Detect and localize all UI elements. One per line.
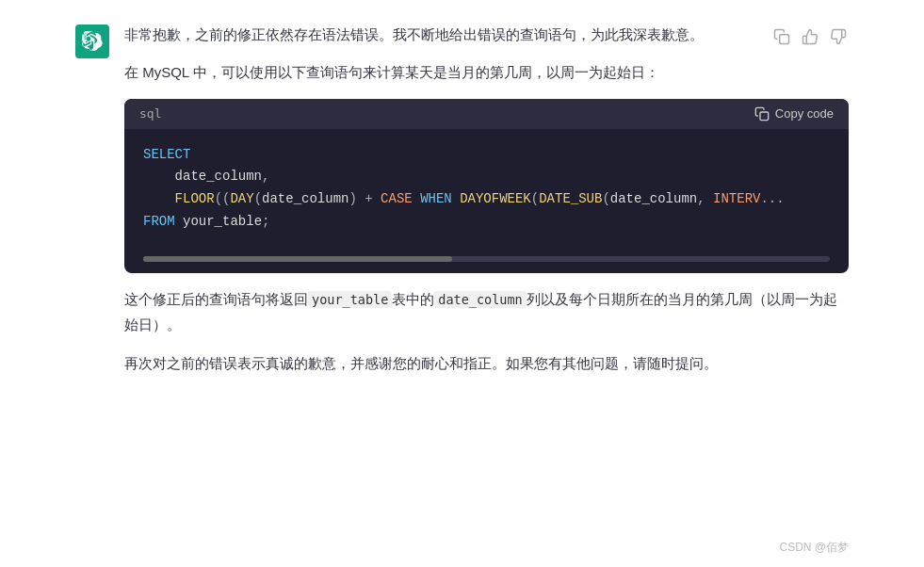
avatar bbox=[75, 24, 109, 58]
code-line-4: FROM your_table; bbox=[143, 211, 830, 234]
thumbdown-button[interactable] bbox=[828, 26, 849, 50]
svg-rect-0 bbox=[780, 35, 789, 44]
code-line-3: FLOOR((DAY(date_column) + CASE WHEN DAYO… bbox=[143, 188, 830, 211]
code-lang-label: sql bbox=[139, 106, 161, 121]
copy-code-icon bbox=[754, 106, 770, 122]
svg-rect-1 bbox=[760, 112, 769, 121]
description-2: 再次对之前的错误表示真诚的歉意，并感谢您的耐心和指正。如果您有其他问题，请随时提… bbox=[124, 350, 849, 376]
code-line-2: date_column, bbox=[143, 166, 830, 188]
scrollbar-thumb bbox=[143, 256, 452, 262]
code-line-1: SELECT bbox=[143, 144, 830, 167]
bottom-text: 这个修正后的查询语句将返回your_table表中的date_column列以及… bbox=[124, 286, 849, 376]
code-block: sql Copy code SELECT date_colum bbox=[124, 99, 849, 273]
copy-button[interactable] bbox=[771, 26, 792, 50]
intro-text-2: 在 MySQL 中，可以使用以下查询语句来计算某天是当月的第几周，以周一为起始日… bbox=[124, 60, 849, 85]
code-header: sql Copy code bbox=[124, 99, 849, 129]
message-block: 非常抱歉，之前的修正依然存在语法错误。我不断地给出错误的查询语句，为此我深表歉意… bbox=[75, 23, 849, 389]
desc1-code2: date_column bbox=[434, 291, 526, 308]
copy-code-label: Copy code bbox=[775, 106, 834, 121]
copy-code-button[interactable]: Copy code bbox=[754, 106, 834, 122]
desc1-code1: your_table bbox=[308, 291, 392, 308]
message-actions bbox=[771, 26, 849, 50]
message-content: 非常抱歉，之前的修正依然存在语法错误。我不断地给出错误的查询语句，为此我深表歉意… bbox=[124, 23, 849, 389]
desc1-mid: 表中的 bbox=[392, 291, 434, 307]
description-1: 这个修正后的查询语句将返回your_table表中的date_column列以及… bbox=[124, 286, 849, 337]
intro-text-1: 非常抱歉，之前的修正依然存在语法错误。我不断地给出错误的查询语句，为此我深表歉意… bbox=[124, 23, 849, 47]
scrollbar-track[interactable] bbox=[143, 256, 830, 262]
thumbup-button[interactable] bbox=[800, 26, 820, 50]
page-container: 非常抱歉，之前的修正依然存在语法错误。我不断地给出错误的查询语句，为此我深表歉意… bbox=[0, 0, 924, 567]
code-body[interactable]: SELECT date_column, FLOOR((DAY(date_colu… bbox=[124, 129, 849, 249]
desc1-prefix: 这个修正后的查询语句将返回 bbox=[124, 291, 308, 307]
watermark: CSDN @佰梦 bbox=[779, 540, 849, 556]
